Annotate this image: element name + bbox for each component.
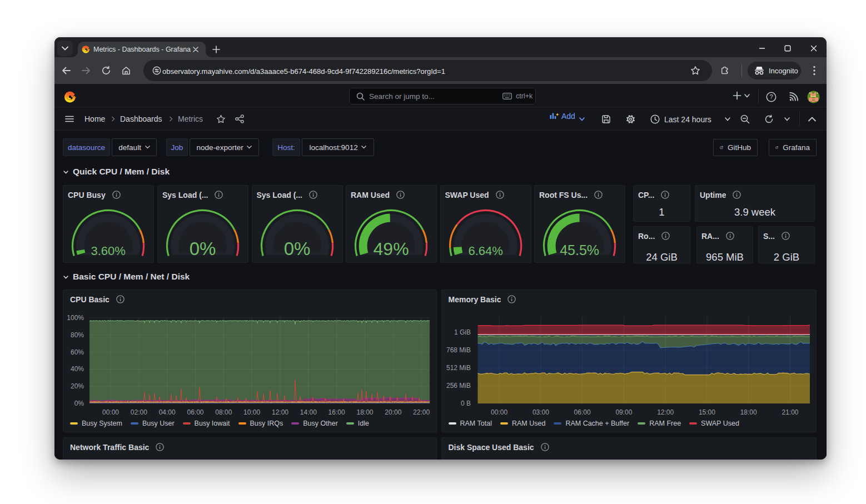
svg-text:80%: 80% bbox=[71, 331, 84, 339]
svg-text:0%: 0% bbox=[74, 400, 84, 407]
svg-text:00:00: 00:00 bbox=[491, 408, 507, 416]
svg-text:20%: 20% bbox=[71, 382, 84, 390]
svg-text:256 MiB: 256 MiB bbox=[446, 382, 470, 390]
svg-text:08:00: 08:00 bbox=[215, 408, 232, 416]
svg-text:768 MiB: 768 MiB bbox=[446, 346, 470, 354]
svg-text:3.60%: 3.60% bbox=[91, 244, 125, 258]
svg-text:22:00: 22:00 bbox=[413, 408, 430, 416]
svg-text:100%: 100% bbox=[67, 314, 84, 322]
svg-text:14:00: 14:00 bbox=[300, 408, 317, 416]
svg-text:0%: 0% bbox=[283, 238, 310, 259]
svg-text:06:00: 06:00 bbox=[187, 408, 203, 416]
svg-text:1 GiB: 1 GiB bbox=[454, 328, 470, 336]
svg-text:12:00: 12:00 bbox=[657, 408, 674, 416]
svg-text:40%: 40% bbox=[71, 365, 84, 373]
svg-text:10:00: 10:00 bbox=[243, 408, 260, 416]
svg-text:512 MiB: 512 MiB bbox=[446, 364, 470, 372]
svg-text:06:00: 06:00 bbox=[574, 408, 590, 416]
svg-text:60%: 60% bbox=[71, 348, 84, 356]
svg-text:18:00: 18:00 bbox=[740, 408, 756, 416]
svg-text:49%: 49% bbox=[374, 239, 409, 259]
svg-text:02:00: 02:00 bbox=[131, 408, 147, 416]
svg-text:15:00: 15:00 bbox=[698, 408, 715, 416]
svg-text:?: ? bbox=[769, 93, 773, 100]
svg-text:18:00: 18:00 bbox=[356, 408, 373, 416]
svg-text:09:00: 09:00 bbox=[615, 408, 632, 416]
svg-text:00:00: 00:00 bbox=[102, 408, 119, 416]
svg-text:45.5%: 45.5% bbox=[560, 242, 599, 258]
svg-text:16:00: 16:00 bbox=[329, 408, 345, 416]
svg-text:21:00: 21:00 bbox=[782, 408, 798, 416]
svg-text:0%: 0% bbox=[190, 238, 216, 259]
svg-text:20:00: 20:00 bbox=[385, 408, 401, 416]
svg-text:6.64%: 6.64% bbox=[468, 244, 502, 258]
svg-text:04:00: 04:00 bbox=[159, 408, 176, 416]
svg-text:12:00: 12:00 bbox=[272, 408, 288, 416]
svg-text:03:00: 03:00 bbox=[532, 408, 549, 416]
svg-text:0 B: 0 B bbox=[460, 400, 470, 407]
